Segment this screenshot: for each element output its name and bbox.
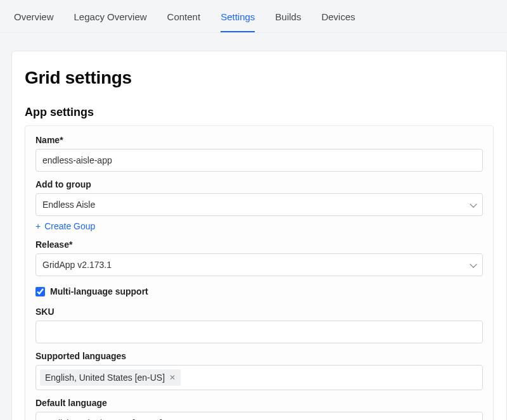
app-settings-box: Name* Add to group Endless Aisle + Creat… bbox=[25, 125, 494, 420]
multilang-row: Multi-language support bbox=[35, 286, 483, 296]
tab-content[interactable]: Content bbox=[167, 11, 201, 32]
tab-bar: Overview Legacy Overview Content Setting… bbox=[0, 0, 507, 33]
section-title: App settings bbox=[25, 106, 494, 119]
multilang-checkbox[interactable] bbox=[35, 287, 45, 296]
settings-panel: Grid settings App settings Name* Add to … bbox=[11, 51, 507, 420]
name-label: Name* bbox=[35, 135, 483, 145]
tab-settings[interactable]: Settings bbox=[221, 11, 255, 32]
default-lang-label: Default language bbox=[35, 398, 483, 408]
supported-label: Supported languages bbox=[35, 351, 483, 361]
field-supported-languages: Supported languages English, United Stat… bbox=[35, 351, 483, 390]
field-name: Name* bbox=[35, 135, 483, 172]
close-icon[interactable]: ✕ bbox=[169, 374, 176, 381]
default-language-select[interactable]: English, United States [en-US] bbox=[35, 412, 483, 420]
tab-devices[interactable]: Devices bbox=[321, 11, 355, 32]
name-input[interactable] bbox=[35, 149, 483, 172]
tab-overview[interactable]: Overview bbox=[14, 11, 54, 32]
tab-legacy-overview[interactable]: Legacy Overview bbox=[74, 11, 147, 32]
supported-languages-input[interactable]: English, United States [en-US] ✕ bbox=[35, 365, 483, 390]
page-title: Grid settings bbox=[25, 68, 494, 88]
plus-icon: + bbox=[35, 222, 41, 231]
release-select[interactable]: GridApp v2.173.1 bbox=[35, 253, 483, 276]
create-group-text: Create Goup bbox=[44, 221, 95, 231]
field-release: Release* GridApp v2.173.1 bbox=[35, 239, 483, 276]
group-label: Add to group bbox=[35, 179, 483, 189]
language-tag-text: English, United States [en-US] bbox=[45, 372, 165, 383]
language-tag: English, United States [en-US] ✕ bbox=[40, 369, 181, 386]
field-sku: SKU bbox=[35, 307, 483, 343]
create-group-link[interactable]: + Create Goup bbox=[35, 221, 95, 231]
release-label: Release* bbox=[35, 239, 483, 250]
multilang-label: Multi-language support bbox=[50, 286, 148, 296]
group-select[interactable]: Endless Aisle bbox=[35, 193, 483, 216]
sku-input[interactable] bbox=[35, 321, 483, 343]
field-default-language: Default language English, United States … bbox=[35, 398, 483, 420]
tab-builds[interactable]: Builds bbox=[275, 11, 301, 32]
sku-label: SKU bbox=[35, 307, 483, 317]
field-group: Add to group Endless Aisle + Create Goup bbox=[35, 179, 483, 232]
